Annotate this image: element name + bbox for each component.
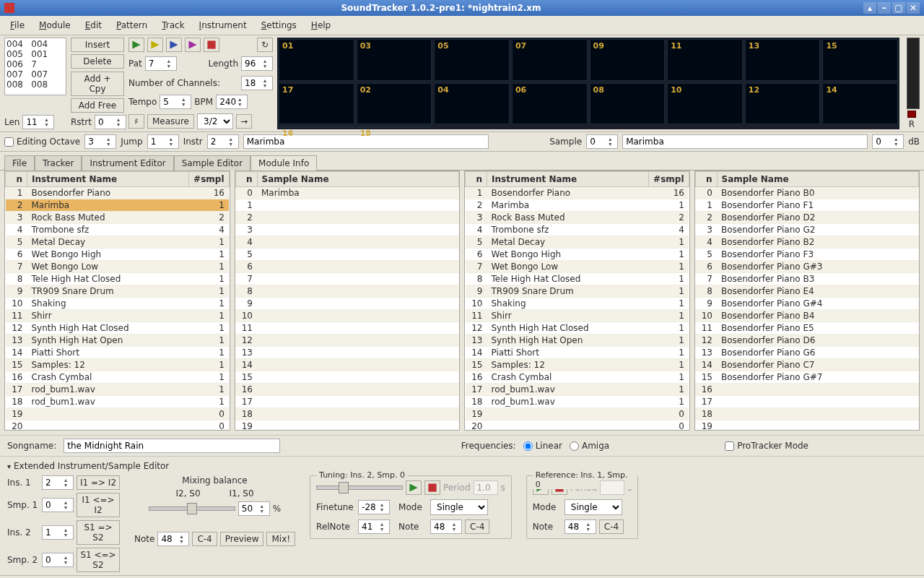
- channel-18[interactable]: 18: [357, 126, 432, 128]
- table-row[interactable]: 7: [235, 273, 459, 285]
- songname-field[interactable]: [64, 439, 280, 453]
- menu-module[interactable]: Module: [33, 18, 77, 33]
- table-row[interactable]: 7Bosendorfer Piano B3: [695, 273, 919, 285]
- delete-button[interactable]: Delete: [71, 54, 124, 69]
- menu-edit[interactable]: Edit: [79, 18, 108, 33]
- add-free-button[interactable]: Add Free: [71, 98, 124, 113]
- table-row[interactable]: 14Piatti Short1: [466, 347, 689, 359]
- table-row[interactable]: 190: [6, 408, 230, 420]
- stop-button[interactable]: [204, 38, 219, 52]
- channel-13[interactable]: 13: [745, 39, 821, 81]
- table-row[interactable]: 18rod_bum1.wav1: [466, 396, 689, 408]
- db-spinbox[interactable]: ▴▾: [872, 134, 904, 149]
- table-row[interactable]: 3Rock Bass Muted2: [466, 212, 689, 224]
- sample-name-field[interactable]: [622, 134, 868, 149]
- insert-button[interactable]: Insert: [71, 38, 124, 52]
- tuning-slider[interactable]: [316, 486, 403, 490]
- table-row[interactable]: 19: [695, 420, 919, 431]
- table-row[interactable]: 190: [466, 408, 689, 420]
- table-row[interactable]: 3: [235, 224, 459, 236]
- ins2-spin[interactable]: ▴▾: [42, 525, 74, 540]
- table-row[interactable]: 18: [695, 408, 919, 420]
- table-row[interactable]: 17: [695, 396, 919, 408]
- channel-14[interactable]: 14: [822, 83, 898, 125]
- table-row[interactable]: 13Synth High Hat Open1: [466, 335, 689, 347]
- s1-to-s2[interactable]: S1 => S2: [77, 520, 120, 545]
- table-row[interactable]: 4Trombone sfz4: [6, 224, 230, 236]
- table-row[interactable]: 3Bosendorfer Piano G2: [695, 224, 919, 236]
- mix-button[interactable]: Mix!: [266, 532, 295, 546]
- table-row[interactable]: 15Samples: 121: [6, 359, 230, 371]
- table-row[interactable]: 9Bosendorfer Piano G#4: [695, 298, 919, 310]
- menu-track[interactable]: Track: [156, 18, 190, 33]
- note-key[interactable]: C-4: [192, 532, 217, 546]
- table-row[interactable]: 14Piatti Short1: [6, 347, 230, 359]
- loop-button[interactable]: ↻: [257, 38, 273, 52]
- play-pattern-button[interactable]: [147, 38, 163, 52]
- table-row[interactable]: 16: [695, 384, 919, 396]
- preview-button[interactable]: Preview: [220, 532, 264, 546]
- table-row[interactable]: 1Bosendorfer Piano16: [6, 187, 230, 199]
- table-row[interactable]: 5: [235, 249, 459, 261]
- octave-spinbox[interactable]: ▴▾: [84, 134, 116, 149]
- table-row[interactable]: 1Bosendorfer Piano F1: [695, 199, 919, 212]
- s1-swap-s2[interactable]: S1 <=> S2: [77, 548, 120, 572]
- samples-table-2[interactable]: nSample Name0Bosendorfer Piano B01Bosend…: [694, 171, 920, 431]
- rstrt-spinbox[interactable]: ▴▾: [95, 115, 126, 129]
- balance-slider[interactable]: [149, 506, 235, 511]
- channel-15[interactable]: 15: [822, 39, 898, 81]
- table-row[interactable]: 4Trombone sfz4: [466, 224, 689, 236]
- channel-12[interactable]: 12: [745, 83, 821, 125]
- ref-notekey[interactable]: C-4: [599, 519, 624, 534]
- samples-table-1[interactable]: nSample Name0Marimba12345678910111213141…: [235, 171, 461, 431]
- instruments-table-2[interactable]: nInstrument Name#smpl1Bosendorfer Piano1…: [464, 171, 690, 431]
- expand-icon[interactable]: ▾: [7, 462, 11, 470]
- table-row[interactable]: 10Shaking1: [6, 298, 230, 310]
- finetune-spin[interactable]: ▴▾: [358, 500, 390, 514]
- table-row[interactable]: 3Rock Bass Muted2: [6, 212, 230, 224]
- table-row[interactable]: 8Tele High Hat Closed1: [466, 273, 689, 285]
- i1-to-i2[interactable]: I1 => I2: [77, 475, 120, 490]
- table-row[interactable]: 10Shaking1: [466, 298, 689, 310]
- go-button[interactable]: →: [236, 114, 252, 129]
- table-row[interactable]: 11Shirr1: [466, 310, 689, 322]
- channel-17[interactable]: 17: [279, 83, 354, 125]
- bpm-spinbox[interactable]: ▴▾: [216, 95, 248, 109]
- table-row[interactable]: 9TR909 Snare Drum1: [6, 285, 230, 298]
- table-row[interactable]: 8Bosendorfer Piano E4: [695, 285, 919, 298]
- channel-08[interactable]: 08: [590, 83, 666, 125]
- table-row[interactable]: 2Bosendorfer Piano D2: [695, 212, 919, 224]
- channel-09[interactable]: 09: [590, 39, 666, 81]
- play-button[interactable]: [128, 38, 144, 52]
- table-row[interactable]: 15Samples: 121: [466, 359, 689, 371]
- table-row[interactable]: 200: [6, 420, 230, 431]
- tuning-notekey[interactable]: C-4: [465, 519, 489, 534]
- table-row[interactable]: 15: [235, 371, 459, 384]
- length-spinbox[interactable]: ▴▾: [241, 56, 273, 71]
- table-row[interactable]: 6: [235, 261, 459, 273]
- play-from-button[interactable]: [166, 38, 182, 52]
- table-row[interactable]: 14: [235, 359, 459, 371]
- table-row[interactable]: 16Crash Cymbal1: [466, 371, 689, 384]
- table-row[interactable]: 9TR909 Snare Drum1: [466, 285, 689, 298]
- ins1-spin[interactable]: ▴▾: [42, 475, 74, 490]
- linear-radio[interactable]: Linear: [523, 441, 562, 451]
- menu-file[interactable]: File: [4, 18, 30, 33]
- channel-07[interactable]: 07: [512, 39, 588, 81]
- smp2-spin[interactable]: ▴▾: [42, 553, 74, 567]
- table-row[interactable]: 5Bosendorfer Piano F3: [695, 249, 919, 261]
- table-row[interactable]: 18: [235, 408, 459, 420]
- minimize-up-button[interactable]: ▴: [863, 2, 876, 14]
- len-spinbox[interactable]: ▴▾: [22, 115, 54, 129]
- table-row[interactable]: 15Bosendorfer Piano G#7: [695, 371, 919, 384]
- maximize-button[interactable]: ▢: [892, 2, 905, 14]
- position-list[interactable]: 004 004005 001006 7007 007008 008: [4, 38, 66, 95]
- table-row[interactable]: 10Bosendorfer Piano B4: [695, 310, 919, 322]
- tuning-stop[interactable]: [424, 480, 440, 495]
- balance-pct[interactable]: ▴▾: [238, 501, 270, 516]
- menu-pattern[interactable]: Pattern: [110, 18, 153, 33]
- table-row[interactable]: 1: [235, 199, 459, 212]
- sharp-icon[interactable]: ♯: [128, 114, 144, 129]
- add-copy-button[interactable]: Add + Cpy: [71, 72, 124, 96]
- table-row[interactable]: 5Metal Decay1: [6, 236, 230, 249]
